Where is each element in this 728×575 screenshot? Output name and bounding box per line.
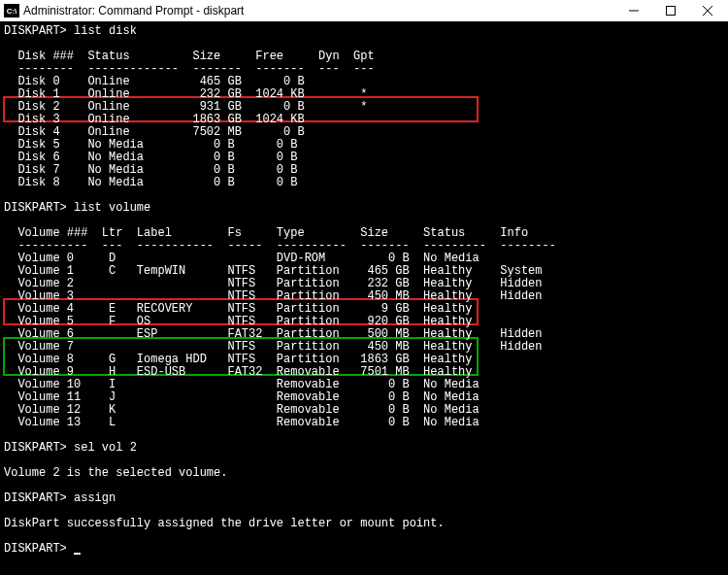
volume-row: Volume 13 L Removable 0 B No Media (4, 417, 724, 429)
app-icon: C:\ (4, 4, 19, 17)
command-prompt-window: C:\ Administrator: Command Prompt - disk… (0, 0, 728, 575)
disk-row: Disk 8 No Media 0 B 0 B (4, 177, 724, 189)
maximize-button[interactable] (652, 0, 689, 21)
prompt-line: DISKPART> list volume (4, 202, 724, 215)
output-message: Volume 2 is the selected volume. (4, 467, 724, 480)
blank-line (4, 530, 724, 543)
cursor-icon (74, 553, 81, 555)
terminal-output[interactable]: DISKPART> list disk Disk ### Status Size… (0, 21, 728, 575)
window-controls (615, 0, 726, 21)
prompt-line: DISKPART> assign (4, 492, 724, 505)
window-title: Administrator: Command Prompt - diskpart (23, 4, 615, 17)
prompt-line: DISKPART> sel vol 2 (4, 442, 724, 455)
close-button[interactable] (689, 0, 726, 21)
minimize-button[interactable] (615, 0, 652, 21)
svg-rect-1 (667, 7, 676, 16)
prompt-line: DISKPART> list disk (4, 25, 724, 38)
output-message: DiskPart successfully assigned the drive… (4, 518, 724, 530)
prompt-line: DISKPART> (4, 543, 724, 556)
titlebar: C:\ Administrator: Command Prompt - disk… (0, 0, 728, 21)
